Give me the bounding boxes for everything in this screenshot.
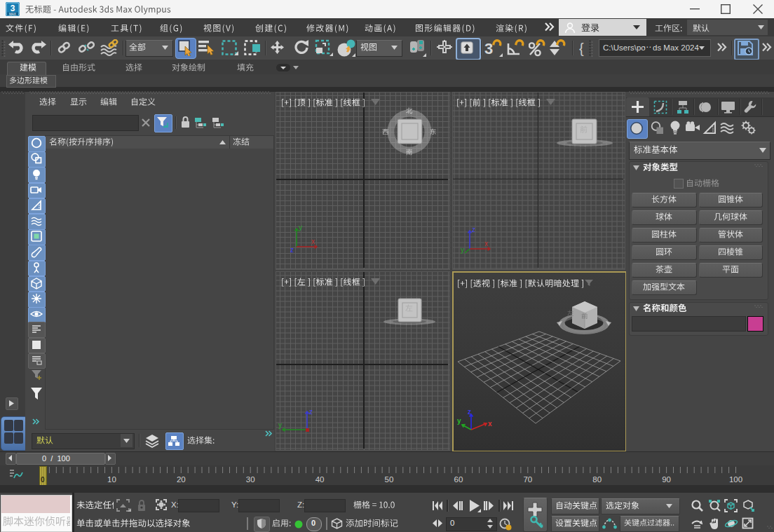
svg-text:y: y [278,421,282,429]
svg-text:z: z [468,408,471,416]
svg-text:z: z [309,408,313,416]
svg-text:y: y [299,224,302,231]
svg-text:3: 3 [484,40,493,57]
svg-text:y: y [461,246,464,254]
svg-text:MAX: MAX [9,13,16,16]
svg-text:x: x [311,238,315,245]
svg-text:{: { [579,41,584,56]
svg-text:z: z [290,246,294,254]
svg-text:x: x [484,240,488,247]
svg-text:x: x [488,420,492,428]
svg-text:y: y [457,417,461,425]
svg-text:z: z [472,226,475,233]
